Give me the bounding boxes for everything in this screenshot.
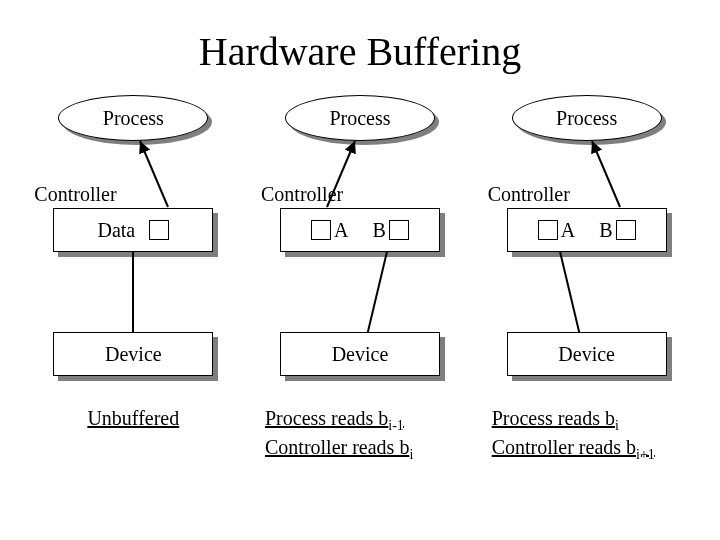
process-label: Process — [103, 107, 164, 130]
buffer-b-label: B — [599, 219, 612, 242]
svg-line-5 — [592, 141, 620, 207]
column-read-bi: Process Controller A B Device Process re… — [482, 85, 692, 464]
caption-col2: Process reads biController reads bi+1 — [492, 406, 682, 464]
buffer-b-square — [616, 220, 636, 240]
controller-label: Controller — [488, 183, 570, 206]
data-label: Data — [97, 219, 135, 242]
device-box: Device — [507, 332, 667, 376]
column-read-bi-1: Process Controller A B Device Process re… — [255, 85, 465, 464]
buffer-square — [149, 220, 169, 240]
page-title: Hardware Buffering — [0, 0, 720, 85]
data-box: Data — [53, 208, 213, 252]
device-box: Device — [53, 332, 213, 376]
controller-label: Controller — [261, 183, 343, 206]
process-label: Process — [556, 107, 617, 130]
column-unbuffered: Process Controller Data Device Unbuffere… — [28, 85, 238, 464]
process-node: Process — [285, 95, 435, 145]
device-label: Device — [105, 343, 162, 366]
buffer-a-square — [311, 220, 331, 240]
buffer-a-label: A — [334, 219, 348, 242]
data-box: A B — [280, 208, 440, 252]
controller-label: Controller — [34, 183, 116, 206]
buffer-a-label: A — [561, 219, 575, 242]
process-node: Process — [58, 95, 208, 145]
device-box: Device — [280, 332, 440, 376]
data-box: A B — [507, 208, 667, 252]
diagram-columns: Process Controller Data Device Unbuffere… — [0, 85, 720, 464]
buffer-b-square — [389, 220, 409, 240]
process-node: Process — [512, 95, 662, 145]
svg-line-1 — [140, 141, 168, 207]
device-label: Device — [332, 343, 389, 366]
device-label: Device — [558, 343, 615, 366]
caption-unbuffered: Unbuffered — [38, 406, 228, 430]
buffer-b-label: B — [373, 219, 386, 242]
process-label: Process — [329, 107, 390, 130]
caption-col1: Process reads bi-1Controller reads bi — [265, 406, 455, 464]
buffer-a-square — [538, 220, 558, 240]
